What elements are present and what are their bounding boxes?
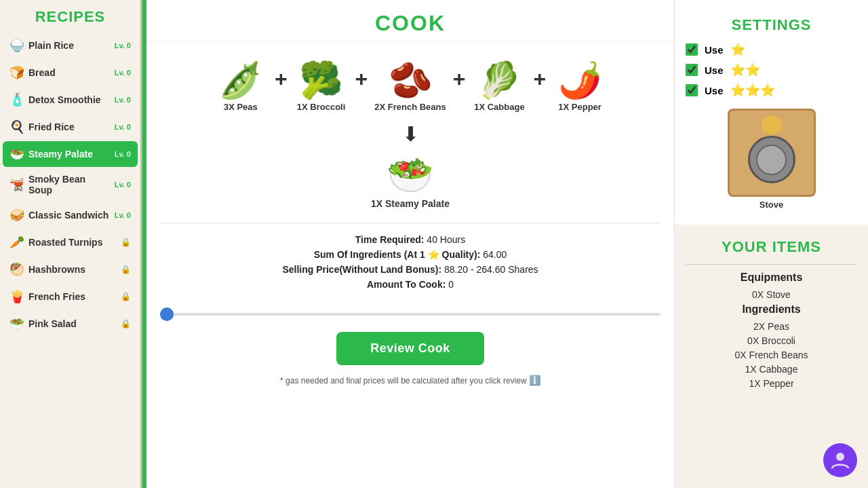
cabbage-emoji: 🥬 bbox=[477, 62, 521, 98]
stars-use-3star: ⭐⭐⭐ bbox=[730, 83, 775, 98]
ingredient-item: 1X Pepper bbox=[686, 378, 857, 389]
ingredient-item: 2X Peas bbox=[686, 321, 857, 332]
lock-icon: 🔒 bbox=[121, 319, 131, 329]
info-circle-icon: ℹ️ bbox=[529, 375, 540, 386]
hashbrowns-icon: 🥙 bbox=[9, 262, 24, 277]
sidebar-item-classic-sandwich[interactable]: 🥪 Classic Sandwich Lv. 0 bbox=[3, 202, 138, 228]
stove-burner bbox=[748, 136, 795, 183]
plus-sign-2: + bbox=[453, 67, 466, 108]
cook-info: Time Required: 40 Hours Sum Of Ingredien… bbox=[146, 223, 674, 299]
plus-sign-1: + bbox=[355, 67, 368, 108]
sidebar-item-fried-rice[interactable]: 🍳 Fried Rice Lv. 0 bbox=[3, 114, 138, 140]
stove-pan bbox=[756, 145, 787, 175]
time-required-value: 40 Hours bbox=[427, 234, 465, 245]
checkbox-label-use-3star: Use bbox=[705, 85, 724, 96]
sidebar-item-french-fries[interactable]: 🍟 French Fries 🔒 bbox=[3, 284, 138, 309]
checkbox-use-3star[interactable] bbox=[686, 84, 698, 96]
disclaimer-text: * gas needed and final prices will be ca… bbox=[146, 372, 674, 396]
roasted-turnips-icon: 🥕 bbox=[9, 235, 24, 250]
sidebar-item-plain-rice[interactable]: 🍚 Plain Rice Lv. 0 bbox=[3, 33, 138, 58]
checkbox-label-use-2star: Use bbox=[705, 64, 724, 76]
ingredient-cabbage: 🥬 1X Cabbage bbox=[472, 62, 526, 112]
bread-label: Bread bbox=[28, 67, 111, 78]
broccoli-label: 1X Broccoli bbox=[297, 102, 346, 112]
sidebar-item-detox-smoothie[interactable]: 🧴 Detox Smoothie Lv. 0 bbox=[3, 87, 138, 113]
pink-salad-icon: 🥗 bbox=[9, 316, 24, 331]
french-fries-icon: 🍟 bbox=[9, 289, 24, 304]
cook-title: COOK bbox=[146, 0, 674, 42]
result-label: 1X Steamy Palate bbox=[371, 198, 450, 209]
plus-sign-0: + bbox=[275, 67, 288, 108]
steamy-palate-label: Steamy Palate bbox=[28, 149, 111, 159]
review-cook-button[interactable]: Review Cook bbox=[336, 332, 484, 365]
stove-container: Stove bbox=[686, 105, 857, 214]
pink-salad-label: Pink Salad bbox=[28, 318, 117, 329]
checkbox-use-2star[interactable] bbox=[686, 64, 698, 76]
bread-icon: 🍞 bbox=[9, 65, 24, 80]
broccoli-emoji: 🥦 bbox=[299, 62, 343, 98]
amount-label: Amount To Cook: bbox=[367, 279, 446, 290]
smoky-bean-soup-icon: 🫕 bbox=[9, 177, 24, 192]
equipments-label: Equipments bbox=[686, 271, 857, 284]
smoky-bean-soup-label: Smoky Bean Soup bbox=[28, 174, 111, 195]
lock-icon: 🔒 bbox=[121, 292, 131, 301]
ingredient-items-list: 2X Peas0X Broccoli0X French Beans1X Cabb… bbox=[686, 321, 857, 389]
roasted-turnips-label: Roasted Turnips bbox=[28, 237, 117, 248]
stars-use-2star: ⭐⭐ bbox=[730, 62, 760, 77]
amount-value: 0 bbox=[448, 279, 454, 290]
ingredient-item: 0X Broccoli bbox=[686, 335, 857, 346]
amount-slider[interactable] bbox=[160, 313, 660, 316]
sidebar-item-bread[interactable]: 🍞 Bread Lv. 0 bbox=[3, 60, 138, 86]
classic-sandwich-level: Lv. 0 bbox=[115, 211, 131, 219]
sum-label: Sum Of Ingredients (At 1 ⭐ Quality): bbox=[314, 249, 481, 260]
sidebar-item-hashbrowns[interactable]: 🥙 Hashbrowns 🔒 bbox=[3, 257, 138, 282]
svg-point-0 bbox=[836, 453, 844, 461]
your-items-section: YOUR ITEMS Equipments 0X Stove Ingredien… bbox=[675, 225, 868, 400]
settings-title: SETTINGS bbox=[686, 8, 857, 42]
peas-label: 3X Peas bbox=[224, 102, 258, 112]
selling-price-row: Selling Price(Without Land Bonus): 88.20… bbox=[160, 264, 660, 275]
fried-rice-level: Lv. 0 bbox=[115, 123, 131, 131]
avatar-circle[interactable] bbox=[823, 443, 857, 477]
plain-rice-level: Lv. 0 bbox=[115, 41, 131, 50]
recipe-result: 🥗 1X Steamy Palate bbox=[146, 149, 674, 223]
hashbrowns-label: Hashbrowns bbox=[28, 264, 117, 275]
checkbox-use-1star[interactable] bbox=[686, 43, 698, 56]
sidebar-item-roasted-turnips[interactable]: 🥕 Roasted Turnips 🔒 bbox=[3, 229, 138, 255]
stove-hex-icon bbox=[762, 115, 782, 135]
result-emoji: 🥗 bbox=[387, 156, 434, 194]
french-beans-label: 2X French Beans bbox=[374, 102, 446, 112]
classic-sandwich-icon: 🥪 bbox=[9, 208, 24, 223]
settings-section: SETTINGS Use ⭐ Use ⭐⭐ Use ⭐⭐⭐ Stove bbox=[675, 0, 868, 225]
ingredient-pepper: 🌶️ 1X Pepper bbox=[553, 62, 607, 112]
sum-ingredients-row: Sum Of Ingredients (At 1 ⭐ Quality): 64.… bbox=[160, 249, 660, 260]
time-required-label: Time Required: bbox=[355, 234, 425, 245]
selling-price-value: 88.20 - 264.60 Shares bbox=[444, 264, 538, 275]
ingredients-label: Ingredients bbox=[686, 303, 857, 316]
stove-image bbox=[728, 109, 816, 197]
your-items-title: YOUR ITEMS bbox=[686, 233, 857, 261]
sidebar-title: RECIPES bbox=[0, 0, 140, 31]
recipe-ingredients: 🫛 3X Peas + 🥦 1X Broccoli + 🫘 2X French … bbox=[146, 42, 674, 119]
smoky-bean-soup-level: Lv. 0 bbox=[115, 181, 131, 189]
sum-value: 64.00 bbox=[483, 249, 507, 260]
pepper-label: 1X Pepper bbox=[558, 102, 601, 112]
sidebar-item-steamy-palate[interactable]: 🥗 Steamy Palate Lv. 0 bbox=[3, 141, 138, 167]
steamy-palate-level: Lv. 0 bbox=[115, 150, 131, 158]
sidebar-item-pink-salad[interactable]: 🥗 Pink Salad 🔒 bbox=[3, 311, 138, 337]
lock-icon: 🔒 bbox=[121, 265, 131, 274]
sidebar-item-smoky-bean-soup[interactable]: 🫕 Smoky Bean Soup Lv. 0 bbox=[3, 168, 138, 201]
plain-rice-icon: 🍚 bbox=[9, 38, 24, 53]
fried-rice-icon: 🍳 bbox=[9, 119, 24, 134]
peas-emoji: 🫛 bbox=[218, 62, 262, 98]
stove-label: Stove bbox=[760, 200, 783, 210]
cabbage-label: 1X Cabbage bbox=[474, 102, 524, 112]
time-required-row: Time Required: 40 Hours bbox=[160, 234, 660, 245]
equipment-item: 0X Stove bbox=[686, 289, 857, 300]
ingredient-peas: 🫛 3X Peas bbox=[214, 62, 268, 112]
amount-slider-section[interactable] bbox=[146, 299, 674, 325]
fried-rice-label: Fried Rice bbox=[28, 121, 111, 132]
french-fries-label: French Fries bbox=[28, 291, 117, 302]
recipes-sidebar: RECIPES 🍚 Plain Rice Lv. 0 🍞 Bread Lv. 0… bbox=[0, 0, 142, 488]
plain-rice-label: Plain Rice bbox=[28, 40, 111, 51]
